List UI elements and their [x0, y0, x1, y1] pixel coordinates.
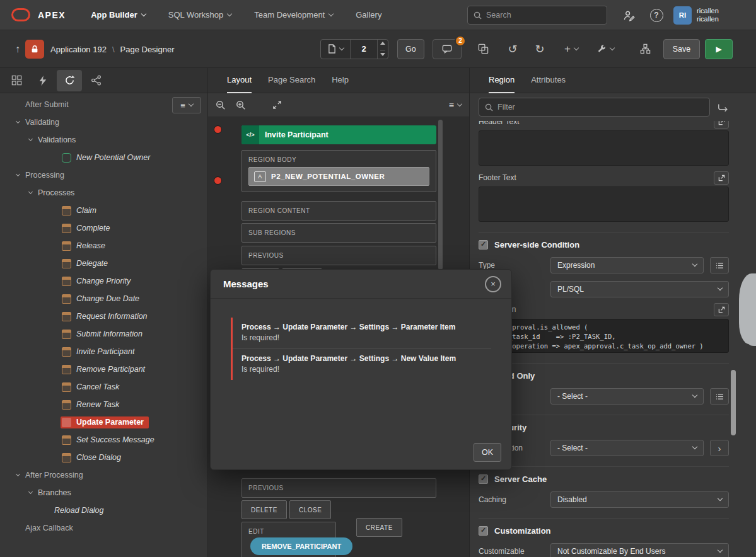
region-body-box[interactable]: REGION BODY A P2_NEW_POTENTIAL_OWNER — [241, 150, 436, 192]
open-editor-icon[interactable] — [714, 171, 729, 185]
tree-item[interactable]: Reload Dialog — [0, 502, 207, 519]
chevron-down-icon[interactable] — [28, 490, 33, 494]
expand-icon[interactable] — [272, 100, 282, 110]
tree-item[interactable]: Invite Participant — [0, 343, 207, 360]
previous-box[interactable]: PREVIOUS — [241, 246, 436, 265]
tab-rendering[interactable] — [4, 70, 29, 91]
tree-item[interactable]: Processes — [0, 184, 207, 202]
chevron-down-icon[interactable] — [16, 472, 20, 476]
page-hierarchy-icon[interactable] — [634, 39, 656, 59]
tree-item[interactable]: Change Priority — [0, 272, 207, 290]
panel-scrollbar-thumb[interactable] — [731, 370, 736, 435]
page-item[interactable]: A P2_NEW_POTENTIAL_OWNER — [248, 167, 429, 186]
component-list-icon[interactable] — [710, 388, 729, 405]
tree-item[interactable]: Close Dialog — [0, 449, 207, 466]
tree-item[interactable]: Change Due Date — [0, 290, 207, 307]
nav-item[interactable]: SQL Workshop — [168, 10, 231, 20]
nav-item[interactable]: Gallery — [356, 10, 381, 20]
create-button[interactable]: CREATE — [356, 518, 402, 537]
tab-attributes[interactable]: Attributes — [531, 68, 566, 93]
tree-item[interactable]: Branches — [0, 484, 207, 502]
read-only-type-select[interactable]: - Select - — [550, 388, 704, 405]
page-finder-button[interactable] — [321, 40, 350, 59]
close-icon[interactable]: × — [485, 276, 501, 292]
authorization-select[interactable]: - Select - — [550, 440, 704, 456]
tree-item[interactable]: Complete — [0, 219, 207, 237]
filter-input[interactable] — [497, 103, 704, 112]
nav-item[interactable]: App Builder — [91, 10, 146, 20]
zoom-in-icon[interactable] — [236, 100, 246, 110]
region-content-box[interactable]: REGION CONTENT — [241, 201, 436, 221]
header-text-field[interactable] — [479, 130, 729, 166]
collapse-groups-icon[interactable] — [718, 103, 729, 112]
undo-icon[interactable]: ↺ — [501, 39, 524, 59]
page-stepper[interactable] — [377, 40, 388, 59]
condition-type-select[interactable]: Expression — [550, 257, 704, 273]
tree-item[interactable]: Claim — [0, 202, 207, 219]
tree-item[interactable]: Remove Participant — [0, 360, 207, 378]
section-checkbox[interactable] — [479, 474, 488, 484]
canvas-scrollbar[interactable] — [438, 120, 443, 270]
previous-box-2[interactable]: PREVIOUS — [241, 478, 436, 498]
tab-region[interactable]: Region — [489, 68, 515, 93]
zoom-out-icon[interactable] — [216, 100, 226, 110]
save-button[interactable]: Save — [663, 39, 700, 59]
help-icon[interactable]: ? — [646, 4, 667, 26]
admin-edit-icon[interactable] — [618, 4, 639, 26]
caching-select[interactable]: Disabled — [550, 491, 729, 508]
tree-item[interactable]: Processing — [0, 166, 207, 184]
tree-item[interactable]: Submit Information — [0, 325, 207, 343]
tree-menu-button[interactable]: ≡ — [172, 97, 201, 113]
delete-button[interactable]: DELETE — [241, 500, 287, 519]
tree-item[interactable]: Validations — [0, 131, 207, 149]
open-editor-icon[interactable] — [714, 121, 729, 129]
chevron-down-icon[interactable] — [16, 172, 20, 176]
quick-pick-icon[interactable]: › — [710, 440, 729, 456]
open-editor-icon[interactable] — [714, 303, 729, 316]
layout-menu-button[interactable]: ≡ — [449, 100, 462, 110]
chevron-down-icon[interactable] — [28, 190, 33, 194]
breadcrumb-app[interactable]: Application 192 — [50, 44, 107, 54]
close-button[interactable]: CLOSE — [289, 500, 331, 519]
redo-icon[interactable]: ↻ — [528, 39, 551, 59]
tab-dynamic-actions[interactable] — [30, 70, 55, 91]
tree-item[interactable]: Set Success Message — [0, 431, 207, 449]
component-list-icon[interactable] — [710, 257, 729, 273]
page-down-icon[interactable] — [380, 50, 385, 59]
error-message[interactable]: Process → Update Parameter → Settings → … — [233, 349, 491, 380]
ok-button[interactable]: OK — [474, 443, 501, 462]
shared-components-icon[interactable] — [472, 39, 494, 59]
tree-item[interactable]: New Potential Owner — [0, 149, 207, 166]
tab-page-shared-components[interactable] — [83, 70, 108, 91]
tree-item[interactable]: Update Parameter — [0, 413, 207, 431]
section-checkbox[interactable] — [479, 526, 488, 536]
region-header[interactable]: </> Invite Participant — [241, 125, 436, 144]
go-button[interactable]: Go — [397, 39, 424, 59]
tab-processing[interactable] — [57, 70, 82, 91]
tree-item[interactable]: Cancel Task — [0, 378, 207, 396]
footer-text-field[interactable] — [479, 187, 729, 222]
tree-item[interactable]: Release — [0, 237, 207, 255]
tree-item[interactable]: Ajax Callback — [0, 519, 207, 537]
apex-logo-icon[interactable] — [11, 8, 30, 21]
user-menu[interactable]: RI ricallen ricallen — [673, 6, 719, 25]
sub-regions-box[interactable]: SUB REGIONS — [241, 223, 436, 243]
tree-item[interactable]: Renew Task — [0, 396, 207, 413]
tab-page-search[interactable]: Page Search — [268, 68, 315, 93]
utilities-menu[interactable] — [594, 39, 617, 59]
messages-button[interactable]: 2 — [433, 39, 462, 59]
chevron-down-icon[interactable] — [16, 119, 20, 123]
tab-help[interactable]: Help — [332, 68, 349, 93]
tree-item[interactable]: After Processing — [0, 466, 207, 484]
tree-item[interactable]: Validating — [0, 113, 207, 131]
page-up-icon[interactable] — [380, 40, 385, 47]
section-checkbox[interactable] — [479, 240, 488, 250]
run-button[interactable]: ▶ — [705, 39, 733, 59]
chevron-down-icon[interactable] — [28, 137, 33, 141]
create-menu[interactable]: + — [560, 39, 583, 59]
tree-item[interactable]: Request Information — [0, 307, 207, 325]
language-select[interactable]: PL/SQL — [550, 281, 729, 297]
expression-code-editor[interactable]: apex_approval.is_allowed ( p_task_id => … — [479, 319, 729, 353]
customizable-select[interactable]: Not Customizable By End Users — [550, 543, 729, 557]
remove-participant-button[interactable]: REMOVE_PARTICIPANT — [250, 537, 352, 555]
